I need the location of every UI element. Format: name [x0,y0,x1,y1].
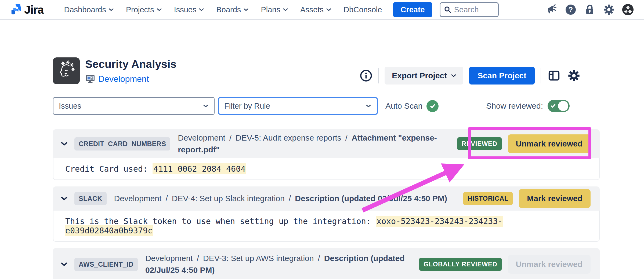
nav-icon-cluster: ? [546,4,634,16]
findings-list: CREDIT_CARD_NUMBERS Development/DEV-5: A… [53,129,600,279]
create-button[interactable]: Create [393,2,432,17]
toggle-knob [558,101,568,111]
nav-assets[interactable]: Assets [300,5,331,14]
megaphone-icon[interactable] [546,4,558,16]
auto-scan-status: Auto Scan [385,100,439,112]
chevron-down-icon [109,8,114,11]
scan-project-button[interactable]: Scan Project [469,67,535,85]
lock-icon[interactable] [584,4,596,16]
finding-card-credit-card: CREDIT_CARD_NUMBERS Development/DEV-5: A… [53,129,600,180]
finding-content: This is the Slack token to use when sett… [53,211,600,242]
nav-plans[interactable]: Plans [261,5,288,14]
chevron-down-icon [203,104,208,108]
status-badge: GLOBALLY REVIEWED [419,258,501,271]
chevron-down-icon [244,8,248,11]
user-avatar[interactable] [622,4,634,16]
nav-boards[interactable]: Boards [216,5,248,14]
export-project-button[interactable]: Export Project [385,67,463,85]
mark-reviewed-button[interactable]: Mark reviewed [519,189,591,208]
divider [541,68,541,83]
collapse-chevron-icon[interactable] [61,262,67,266]
show-reviewed-toggle[interactable] [548,100,570,112]
unmark-reviewed-button-disabled: Unmark reviewed [508,255,591,274]
gear-icon[interactable] [603,4,615,16]
project-header: Security Analysis Development [53,57,600,85]
status-badge: REVIEWED [457,137,502,150]
collapse-chevron-icon[interactable] [61,142,67,146]
breadcrumb: Development/DEV-4: Set up Slack integrat… [114,193,453,204]
project-avatar [53,57,80,84]
project-settings-gear-icon[interactable] [567,69,581,83]
breadcrumb: Development/DEV-3: Set up AWS integratio… [145,252,419,276]
search-icon [444,6,451,13]
jira-logo-icon [10,3,22,16]
check-circle-icon [426,100,439,112]
chevron-down-icon [366,104,371,108]
rule-badge: CREDIT_CARD_NUMBERS [74,137,170,150]
global-search[interactable] [440,2,499,17]
unmark-reviewed-button[interactable]: Unmark reviewed [508,134,591,153]
chevron-down-icon [283,8,288,11]
detected-secret: 4111 0062 2084 4604 [153,163,246,174]
chevron-down-icon [326,8,331,11]
search-input[interactable] [454,5,494,14]
finding-content: Credit Card used: 4111 0062 2084 4604 [53,158,600,180]
help-icon[interactable]: ? [565,4,577,16]
finding-header[interactable]: AWS_CLIENT_ID Development/DEV-3: Set up … [53,248,600,279]
finding-card-slack: SLACK Development/DEV-4: Set up Slack in… [53,186,600,242]
nav-projects[interactable]: Projects [126,5,162,14]
info-icon[interactable] [360,69,372,82]
chevron-down-icon [451,74,456,77]
issue-type-select[interactable]: Issues [53,97,215,115]
rule-badge: SLACK [74,192,107,205]
divider [378,68,379,83]
show-reviewed-label: Show reviewed: [486,101,543,111]
nav-dbconsole[interactable]: DbConsole [343,5,382,14]
page-title: Security Analysis [85,58,176,71]
finding-header[interactable]: CREDIT_CARD_NUMBERS Development/DEV-5: A… [53,129,600,158]
jira-logo[interactable]: Jira [10,3,44,16]
monitor-icon [85,74,95,84]
finding-header[interactable]: SLACK Development/DEV-4: Set up Slack in… [53,186,600,211]
filter-bar: Issues Filter by Rule Auto Scan Show rev… [53,97,600,115]
nav-dashboards[interactable]: Dashboards [64,5,114,14]
filter-by-rule-select[interactable]: Filter by Rule [218,97,378,115]
breadcrumb: Development/DEV-5: Audit expense reports… [178,132,457,156]
brand-name: Jira [24,3,44,16]
chevron-down-icon [199,8,204,11]
top-navigation: Jira Dashboards Projects Issues Boards P… [0,0,644,20]
finding-card-aws: AWS_CLIENT_ID Development/DEV-3: Set up … [53,248,600,279]
svg-text:?: ? [569,6,573,14]
nav-issues[interactable]: Issues [174,5,204,14]
project-breadcrumb-link[interactable]: Development [98,74,149,84]
sidebar-layout-icon[interactable] [547,69,561,83]
chevron-down-icon [157,8,162,11]
status-badge: HISTORICAL [463,192,513,205]
rule-badge: AWS_CLIENT_ID [74,258,138,271]
collapse-chevron-icon[interactable] [61,196,67,201]
